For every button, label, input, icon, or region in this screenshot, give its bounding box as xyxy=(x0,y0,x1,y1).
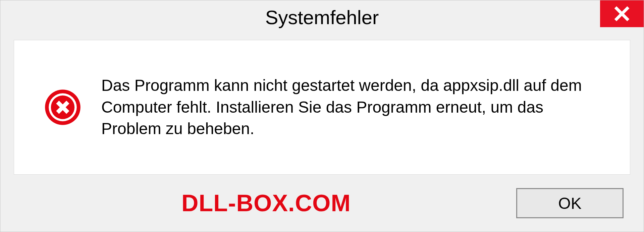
error-icon xyxy=(44,89,81,126)
dialog-title: Systemfehler xyxy=(265,6,379,28)
watermark-text: DLL-BOX.COM xyxy=(181,190,351,217)
content-panel: Das Programm kann nicht gestartet werden… xyxy=(14,40,630,175)
titlebar: Systemfehler xyxy=(0,0,644,34)
dialog-footer: DLL-BOX.COM OK xyxy=(0,175,644,232)
error-dialog: Systemfehler Das Programm kann nicht ges… xyxy=(0,0,644,232)
close-icon xyxy=(614,6,630,22)
ok-button[interactable]: OK xyxy=(516,188,624,218)
close-button[interactable] xyxy=(600,0,644,27)
error-message: Das Programm kann nicht gestartet werden… xyxy=(101,75,600,140)
